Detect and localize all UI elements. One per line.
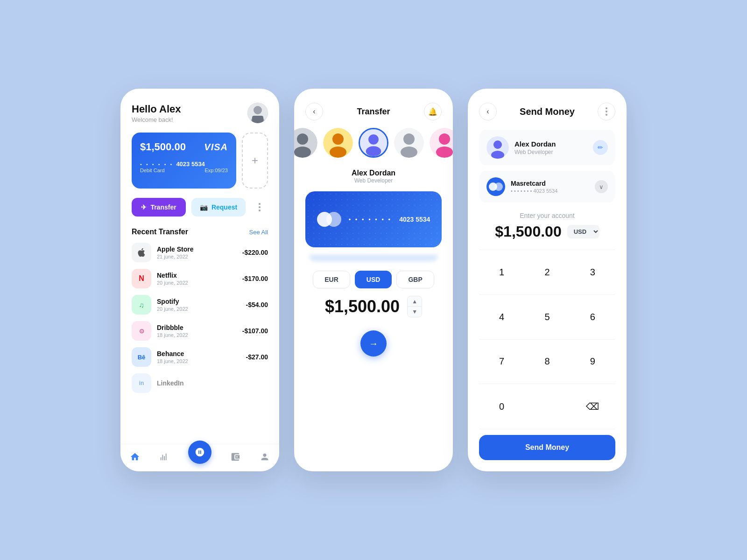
- svg-point-17: [439, 133, 450, 145]
- recipient-role: Web Developer: [514, 149, 587, 155]
- numpad-backspace[interactable]: ⌫: [570, 384, 615, 429]
- svg-point-18: [436, 147, 453, 158]
- amount-display: $1,500.00: [325, 297, 400, 316]
- numpad-4[interactable]: 4: [479, 295, 524, 340]
- selected-contact-role: Web Developer: [294, 177, 453, 184]
- recent-header: Recent Transfer See All: [132, 228, 268, 236]
- request-label: Request: [211, 203, 237, 211]
- currency-select[interactable]: USD EUR GBP: [567, 225, 599, 238]
- next-button[interactable]: →: [360, 330, 387, 357]
- transfer-name: LinkedIn: [157, 379, 268, 387]
- transfer-name: Spotify: [157, 298, 240, 305]
- bottom-nav: [120, 444, 279, 471]
- mc-circle-right: [326, 212, 341, 227]
- phone3: ‹ Send Money Alex Dordan Web Developer ✏…: [468, 89, 627, 471]
- transfer-button[interactable]: ✈ Transfer: [132, 198, 186, 217]
- edit-recipient-button[interactable]: ✏: [593, 140, 608, 155]
- nav-chart[interactable]: [159, 452, 169, 462]
- nav-transfer-center[interactable]: [188, 441, 211, 464]
- numpad-7[interactable]: 7: [479, 340, 524, 385]
- debit-card[interactable]: $1,500.00 VISA • • • • • • 4023 5534 Deb…: [132, 133, 236, 189]
- chevron-button[interactable]: ∨: [595, 180, 608, 193]
- back-button-3[interactable]: ‹: [479, 103, 497, 120]
- transfer-item[interactable]: N Netflix 20 june, 2022 -$170.00: [132, 269, 268, 288]
- phone1: Hello Alex Welcome back! $1,500.00 VISA …: [120, 89, 279, 471]
- numpad-2[interactable]: 2: [524, 250, 570, 295]
- recipient-avatar: [486, 136, 509, 159]
- transfer-date: 20 june, 2022: [157, 280, 237, 286]
- pm-name: Masretcard: [511, 180, 589, 187]
- behance-icon: Bē: [132, 347, 151, 367]
- greeting-block: Hello Alex Welcome back!: [132, 103, 181, 123]
- dot: [606, 114, 607, 116]
- step-down-button[interactable]: ▼: [408, 307, 422, 317]
- phone2: ‹ Transfer 🔔 Alex Dordan Web Developer: [294, 89, 453, 471]
- request-button[interactable]: 📷 Request: [191, 198, 246, 217]
- card-dots2: • • • • • • •: [349, 216, 392, 223]
- action-row: ✈ Transfer 📷 Request: [132, 198, 268, 217]
- transfer-item[interactable]: in LinkedIn: [132, 373, 268, 393]
- transfer-amount: -$170.00: [242, 275, 268, 282]
- transfer-item[interactable]: ♫ Spotify 20 june, 2022 -$54.00: [132, 295, 268, 315]
- card-expiry: Exp:09/23: [204, 168, 228, 173]
- transfer-date: 18 june, 2022: [157, 358, 240, 364]
- card-number: 4023 5534: [176, 161, 204, 168]
- transfer-amount: -$27.00: [246, 353, 268, 361]
- numpad-1[interactable]: 1: [479, 250, 524, 295]
- card-num2: 4023 5534: [399, 216, 430, 223]
- svg-point-20: [493, 140, 502, 149]
- send-money-button[interactable]: Send Money: [479, 435, 615, 460]
- svg-point-11: [368, 134, 379, 145]
- more-button[interactable]: [251, 199, 268, 216]
- numpad-0[interactable]: 0: [479, 384, 524, 429]
- back-button[interactable]: ‹: [305, 103, 323, 120]
- see-all-link[interactable]: See All: [249, 229, 268, 236]
- eur-button[interactable]: EUR: [313, 271, 350, 288]
- transfer-card-visual: • • • • • • • 4023 5534: [305, 191, 442, 247]
- contact-avatar[interactable]: [430, 128, 453, 158]
- add-card-button[interactable]: +: [242, 133, 268, 189]
- contact-avatar[interactable]: [294, 128, 317, 158]
- svg-point-12: [366, 146, 381, 156]
- transfer-info: Behance 18 june, 2022: [157, 350, 240, 364]
- nav-home[interactable]: [130, 452, 140, 462]
- transfer-name: Netflix: [157, 272, 237, 279]
- transfer-item[interactable]: Bē Behance 18 june, 2022 -$27.00: [132, 347, 268, 367]
- transfer-item[interactable]: Apple Store 21 june, 2022 -$220.00: [132, 243, 268, 262]
- contact-avatar[interactable]: [323, 128, 353, 158]
- transfer-info: LinkedIn: [157, 379, 268, 387]
- payment-method-icon: [486, 177, 505, 196]
- transfer-label: Transfer: [150, 203, 176, 211]
- nav-profile[interactable]: [260, 452, 270, 462]
- svg-point-15: [401, 147, 417, 158]
- recent-title: Recent Transfer: [132, 228, 188, 236]
- amount-row: $1,500.00 ▲ ▼: [294, 296, 453, 317]
- nav-wallet[interactable]: [230, 452, 240, 462]
- numpad-6[interactable]: 6: [570, 295, 615, 340]
- svg-point-5: [297, 133, 308, 145]
- card-shadow: [309, 255, 438, 261]
- avatar[interactable]: [247, 103, 268, 123]
- pm-info: Masretcard • • • • • • • 4023 5534: [511, 180, 589, 194]
- pm-number: • • • • • • • 4023 5534: [511, 188, 589, 194]
- netflix-icon: N: [132, 269, 151, 288]
- usd-button[interactable]: USD: [355, 271, 392, 288]
- transfer-item[interactable]: ⊙ Dribbble 18 june, 2022 -$107.00: [132, 321, 268, 341]
- numpad-5[interactable]: 5: [524, 295, 570, 340]
- gbp-button[interactable]: GBP: [396, 271, 434, 288]
- enter-account-label: Enter your account: [479, 212, 615, 219]
- more-options-button[interactable]: [598, 103, 615, 120]
- amount-row3: $1,500.00 USD EUR GBP: [479, 223, 615, 240]
- recipient-info: Alex Dordan Web Developer: [514, 140, 587, 155]
- numpad-8[interactable]: 8: [524, 340, 570, 385]
- contact-avatar-selected[interactable]: [359, 128, 388, 158]
- bell-button[interactable]: 🔔: [424, 103, 442, 120]
- step-up-button[interactable]: ▲: [408, 296, 422, 307]
- transfer-info: Spotify 20 june, 2022: [157, 298, 240, 312]
- transfer-amount: -$107.00: [242, 327, 268, 335]
- svg-point-8: [332, 133, 344, 145]
- contact-avatar[interactable]: [394, 128, 424, 158]
- numpad-9[interactable]: 9: [570, 340, 615, 385]
- dot1: [259, 203, 261, 205]
- numpad-3[interactable]: 3: [570, 250, 615, 295]
